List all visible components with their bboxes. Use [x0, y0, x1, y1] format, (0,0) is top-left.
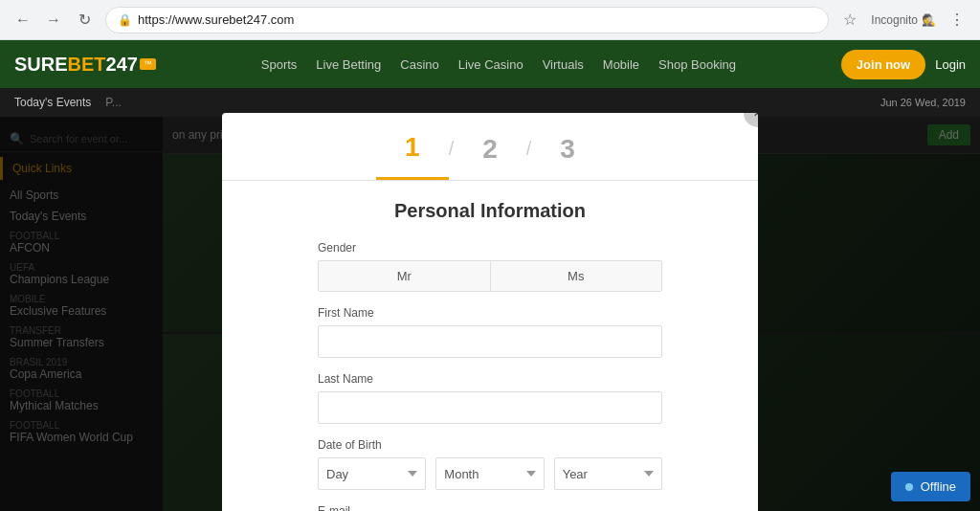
lock-icon: 🔒 — [118, 13, 132, 27]
browser-actions: ☆ Incognito 🕵 ⋮ — [836, 7, 970, 33]
site-header: SUREBET247 ™ Sports Live Betting Casino … — [0, 40, 980, 88]
star-button[interactable]: ☆ — [836, 7, 863, 33]
dob-label: Date of Birth — [318, 438, 662, 452]
url-text: https://www.surebet247.com — [138, 12, 294, 27]
date-selects: Day 123456789101112131415161718192021222… — [318, 457, 662, 490]
registration-modal: × 1 / 2 / 3 Personal Information Gender … — [222, 113, 758, 511]
modal-title: Personal Information — [318, 200, 662, 222]
nav-virtuals[interactable]: Virtuals — [543, 57, 584, 72]
header-actions: Join now Login — [841, 50, 966, 79]
first-name-group: First Name — [318, 306, 662, 358]
main-nav: Sports Live Betting Casino Live Casino V… — [175, 57, 822, 72]
email-label: E-mail — [318, 504, 662, 511]
login-button[interactable]: Login — [935, 57, 966, 72]
today-events-label: Today's Events — [14, 96, 91, 109]
offline-dot — [905, 483, 913, 491]
sub-header-prefix: P... — [105, 96, 121, 109]
first-name-input[interactable] — [318, 325, 662, 358]
email-group: E-mail — [318, 504, 662, 511]
site-logo: SUREBET247 ™ — [14, 54, 156, 76]
gender-group: Gender Mr Ms — [318, 241, 662, 292]
step-2[interactable]: 2 — [454, 132, 526, 180]
nav-shop-booking[interactable]: Shop Booking — [658, 57, 736, 72]
browser-nav-buttons: ← → ↻ — [10, 7, 98, 33]
month-select[interactable]: Month JanuaryFebruaryMarchAprilMayJuneJu… — [435, 457, 544, 490]
incognito-label: Incognito — [871, 13, 918, 27]
year-select[interactable]: Year 20192018201720162015201420132012201… — [554, 457, 662, 490]
logo-badge: ™ — [140, 58, 156, 70]
logo-num: 247 — [106, 54, 138, 76]
nav-sports[interactable]: Sports — [261, 57, 298, 72]
address-bar[interactable]: 🔒 https://www.surebet247.com — [105, 7, 829, 33]
back-button[interactable]: ← — [10, 7, 36, 33]
modal-overlay[interactable]: × 1 / 2 / 3 Personal Information Gender … — [0, 117, 980, 511]
nav-live-betting[interactable]: Live Betting — [316, 57, 381, 72]
last-name-input[interactable] — [318, 391, 662, 424]
browser-chrome: ← → ↻ 🔒 https://www.surebet247.com ☆ Inc… — [0, 0, 980, 40]
last-name-group: Last Name — [318, 372, 662, 424]
ms-option[interactable]: Ms — [491, 261, 662, 291]
logo-sure: SURE — [14, 54, 68, 76]
sub-header-left: Today's Events P... — [14, 96, 122, 109]
incognito-icon: 🕵 — [922, 13, 936, 27]
last-name-label: Last Name — [318, 372, 662, 386]
nav-live-casino[interactable]: Live Casino — [458, 57, 523, 72]
gender-options: Mr Ms — [318, 260, 662, 292]
modal-body: Personal Information Gender Mr Ms First … — [222, 181, 758, 511]
incognito-badge: Incognito 🕵 — [871, 13, 936, 27]
offline-badge[interactable]: Offline — [891, 472, 970, 501]
date-display: Jun 26 Wed, 2019 — [880, 97, 966, 108]
nav-casino[interactable]: Casino — [400, 57, 438, 72]
mr-option[interactable]: Mr — [319, 261, 491, 291]
first-name-label: First Name — [318, 306, 662, 320]
forward-button[interactable]: → — [40, 7, 67, 33]
join-now-button[interactable]: Join now — [841, 50, 925, 79]
dob-group: Date of Birth Day 1234567891011121314151… — [318, 438, 662, 490]
reload-button[interactable]: ↻ — [71, 7, 98, 33]
gender-label: Gender — [318, 241, 662, 255]
nav-mobile[interactable]: Mobile — [603, 57, 639, 72]
menu-button[interactable]: ⋮ — [944, 7, 970, 33]
day-select[interactable]: Day 123456789101112131415161718192021222… — [318, 457, 426, 490]
step-3[interactable]: 3 — [531, 132, 604, 180]
main-layout: 🔍 Search for event or... Quick Links All… — [0, 117, 980, 511]
registration-steps: 1 / 2 / 3 — [222, 113, 758, 181]
offline-label: Offline — [921, 479, 956, 494]
logo-bet: BET — [68, 54, 106, 76]
step-1[interactable]: 1 — [376, 132, 449, 180]
